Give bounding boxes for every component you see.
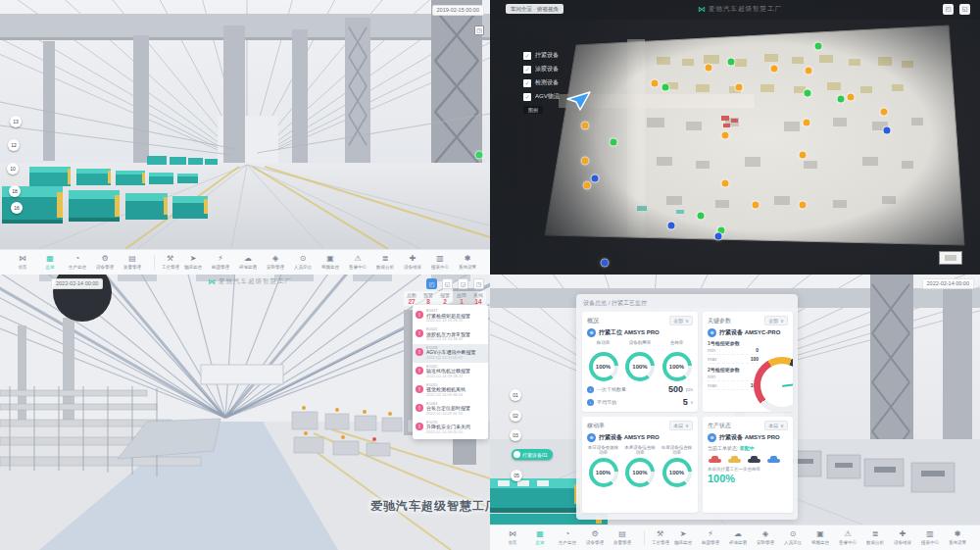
toolbar-item[interactable]: ▦ 总览 [528, 530, 553, 545]
toolbar-item[interactable]: ➤ 物流监控 [671, 530, 696, 545]
toolbar-item[interactable]: ▤ 质量管理 [121, 255, 145, 270]
poi-marker[interactable]: 12 [8, 139, 20, 151]
station-marker[interactable]: 01 [510, 389, 521, 401]
toolbar-item[interactable]: ≣ 数据分析 [863, 530, 888, 545]
main-toolbar: ⋈ 首页 ▦ 总览 ◔ 生产监控 ⚙ 设备管理 [0, 249, 490, 275]
expand-button[interactable]: ◳ [474, 25, 484, 35]
device-status-dot[interactable] [662, 84, 669, 91]
device-status-dot[interactable] [698, 213, 705, 220]
device-status-dot[interactable] [611, 139, 617, 146]
alarm-list-item[interactable]: ! E1042 输送线电机过载报警 2022-02-14 09:58:21 [413, 363, 488, 381]
toolbar-item[interactable]: ◔ 生产监控 [66, 255, 90, 270]
toolbar-item[interactable]: ⚡ 能源管理 [209, 255, 233, 270]
device-status-dot[interactable] [800, 202, 807, 209]
toolbar-item[interactable]: ▣ 视频监控 [318, 255, 343, 270]
device-status-dot[interactable] [722, 180, 729, 187]
toolbar-item[interactable]: ⚡ 能源管理 [699, 530, 723, 545]
layer-checkbox-row[interactable]: ✓ 检测设备 [523, 78, 560, 87]
layer-checkbox-row[interactable]: ✓ AGV物流 [523, 92, 560, 101]
device-status-dot[interactable] [706, 65, 712, 72]
poi-marker[interactable]: 18 [9, 185, 21, 197]
device-status-dot[interactable] [584, 182, 591, 189]
alarm-list-item[interactable]: ! E1063 合装台定位超时报警 2022-02-14 09:31:55 [413, 400, 488, 419]
toolbar-item[interactable]: ▦ 总览 [38, 255, 63, 270]
scope-select[interactable]: 全部 ∨ [764, 316, 788, 325]
alarm-list-item[interactable]: ! E1021 涂胶机压力异常预警 2022-02-14 10:18:42 [413, 325, 488, 344]
alarm-list-item[interactable]: ! E1038 AGV小车通讯中断报警 2022-02-14 10:05:37 [413, 344, 488, 363]
toolbar-item[interactable]: ◈ 安防管理 [754, 530, 778, 545]
device-status-dot[interactable] [668, 223, 675, 229]
device-status-dot[interactable] [602, 260, 609, 267]
toolbar-item[interactable]: ⊙ 人员定位 [781, 530, 806, 545]
window-button[interactable]: ◱ [959, 4, 970, 15]
toolbar-item[interactable]: ✚ 设备维保 [891, 530, 915, 545]
status-dot[interactable] [476, 152, 483, 159]
toolbar-item[interactable]: ⚠ 告警中心 [346, 255, 370, 270]
device-status-dot[interactable] [652, 80, 659, 87]
device-status-dot[interactable] [582, 123, 589, 129]
device-status-dot[interactable] [800, 152, 807, 159]
toolbar-item[interactable]: ⚙ 设备管理 [93, 255, 118, 270]
toolbar-item[interactable]: ▤ 质量管理 [611, 530, 635, 545]
device-status-dot[interactable] [771, 66, 778, 73]
toolbar-item[interactable]: ◈ 安防管理 [264, 255, 288, 270]
toolbar-item[interactable]: ⋈ 首页 [11, 255, 35, 270]
poi-marker[interactable]: 10 [7, 163, 19, 175]
scope-select[interactable]: 本日 ∨ [669, 421, 693, 430]
toolbar-item[interactable]: ➤ 物流监控 [181, 255, 206, 270]
device-status-dot[interactable] [722, 132, 729, 139]
scope-select[interactable]: 全部 ∨ [669, 316, 693, 325]
toolbar-item[interactable]: ☁ 环境监测 [726, 530, 751, 545]
device-status-dot[interactable] [736, 84, 743, 91]
toolbar-item[interactable]: ✱ 系统设置 [456, 255, 480, 270]
alarm-list-item[interactable]: ! E1055 视觉检测相机离线 2022-02-14 09:46:03 [413, 381, 488, 400]
device-status-dot[interactable] [582, 158, 589, 165]
legend-pill[interactable]: 图例 [523, 106, 543, 114]
minimap[interactable] [939, 251, 962, 265]
toolbar-item[interactable]: ☁ 环境监测 [236, 255, 261, 270]
device-status-dot[interactable] [815, 43, 822, 50]
view-filter-button[interactable]: ◳ [473, 278, 484, 289]
window-button[interactable]: ◰ [943, 4, 954, 15]
scope-select[interactable]: 本日 ∨ [764, 421, 788, 430]
alarm-list-item[interactable]: ! E1070 升降机安全门未关闭 2022-02-14 09:20:10 [413, 419, 488, 437]
toolbar-item[interactable]: ▥ 报表中心 [428, 255, 453, 270]
toolbar-item[interactable]: ⚒ 工艺管理 [154, 255, 178, 270]
view-mode-pill[interactable]: 车间全景 · 俯视视角 [506, 4, 564, 14]
toolbar-item[interactable]: ✱ 系统设置 [946, 530, 970, 545]
device-status-dot[interactable] [753, 202, 760, 209]
toolbar-item-icon: ▦ [536, 530, 544, 538]
device-status-dot[interactable] [592, 175, 599, 182]
station-marker[interactable]: 05 [511, 470, 522, 481]
view-filter-button[interactable]: ◰ [426, 278, 437, 289]
layer-checkbox-row[interactable]: ✓ 涂胶设备 [523, 65, 560, 74]
device-status-dot[interactable] [884, 127, 891, 134]
toolbar-item[interactable]: ⚒ 工艺管理 [644, 530, 668, 545]
device-status-dot[interactable] [804, 120, 810, 126]
device-status-dot[interactable] [806, 68, 812, 75]
device-status-dot[interactable] [728, 59, 735, 66]
device-status-dot[interactable] [715, 233, 722, 240]
device-status-dot[interactable] [881, 109, 888, 116]
device-status-dot[interactable] [805, 90, 811, 97]
alarm-list-item[interactable]: ! E1017 拧紧枪扭矩超差报警 2022-02-14 10:23:15 [413, 307, 488, 325]
toolbar-item[interactable]: ⊙ 人员定位 [291, 255, 316, 270]
toolbar-item[interactable]: ⋈ 首页 [501, 530, 525, 545]
toolbar-item[interactable]: ▣ 视频监控 [808, 530, 833, 545]
toolbar-item[interactable]: ◔ 生产监控 [556, 530, 580, 545]
device-status-dot[interactable] [848, 94, 855, 101]
device-status-dot[interactable] [838, 96, 845, 103]
poi-marker[interactable]: 16 [11, 202, 23, 214]
selected-device-pill[interactable]: 拧紧设备01 [512, 449, 553, 460]
layer-checkbox-row[interactable]: ✓ 拧紧设备 [523, 51, 560, 60]
toolbar-item[interactable]: ≣ 数据分析 [373, 255, 398, 270]
toolbar-item[interactable]: ⚠ 告警中心 [836, 530, 860, 545]
toolbar-item[interactable]: ⚙ 设备管理 [583, 530, 608, 545]
poi-marker[interactable]: 13 [10, 116, 22, 127]
station-marker[interactable]: 03 [510, 429, 521, 441]
toolbar-item[interactable]: ✚ 设备维保 [401, 255, 425, 270]
view-filter-button[interactable]: ◱ [442, 278, 453, 289]
view-filter-button[interactable]: ◲ [458, 278, 468, 289]
toolbar-item[interactable]: ▥ 报表中心 [918, 530, 943, 545]
station-marker[interactable]: 02 [510, 410, 521, 422]
